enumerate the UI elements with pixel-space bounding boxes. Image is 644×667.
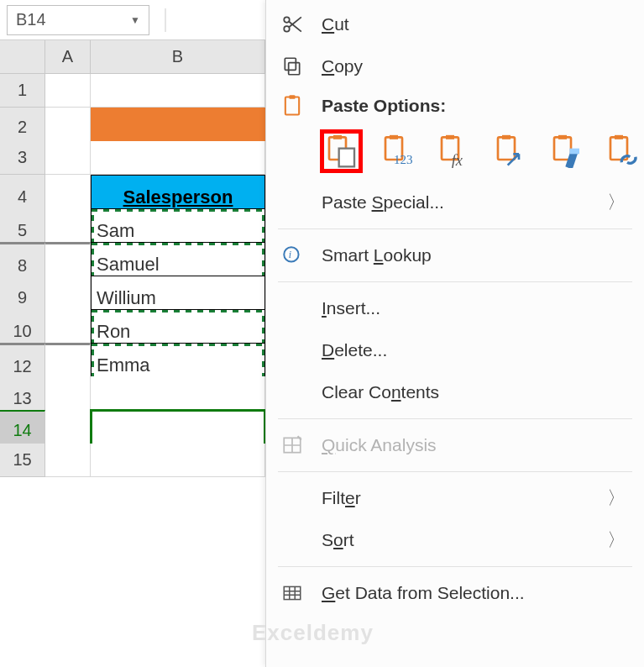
- svg-rect-4: [289, 63, 300, 75]
- svg-text:i: i: [289, 249, 291, 260]
- menu-label: Paste Options:: [322, 96, 626, 116]
- blank-icon: [278, 188, 306, 217]
- paste-option-formulas[interactable]: fx: [432, 129, 475, 173]
- menu-label: Cut: [322, 14, 626, 34]
- svg-rect-20: [558, 135, 567, 139]
- quick-analysis-icon: [278, 431, 306, 460]
- svg-text:fx: fx: [451, 152, 462, 168]
- copy-icon: [278, 52, 306, 81]
- blank-icon: [278, 378, 306, 407]
- menu-label: Clear Contents: [322, 382, 626, 402]
- paste-options-row: 123 fx: [266, 124, 644, 181]
- chevron-right-icon: 〉: [607, 528, 626, 553]
- menu-label: Quick Analysis: [322, 435, 626, 455]
- menu-copy[interactable]: Copy: [266, 45, 644, 87]
- menu-paste-options-header: Paste Options:: [266, 87, 644, 124]
- select-all-corner[interactable]: [0, 40, 45, 74]
- name-box-value: B14: [16, 10, 46, 29]
- svg-rect-9: [333, 135, 342, 139]
- svg-rect-18: [502, 135, 510, 139]
- menu-label: Filter: [322, 488, 592, 508]
- formula-bar-buttons: [160, 8, 171, 32]
- menu-label: Paste Special...: [322, 192, 592, 213]
- name-box[interactable]: B14 ▼: [7, 5, 149, 35]
- svg-rect-19: [554, 137, 571, 160]
- row-header[interactable]: 15: [0, 444, 45, 477]
- menu-sort[interactable]: Sort 〉: [266, 519, 644, 561]
- menu-clear-contents[interactable]: Clear Contents: [266, 371, 644, 413]
- menu-label: Sort: [322, 530, 592, 550]
- cell[interactable]: [91, 141, 265, 175]
- menu-quick-analysis: Quick Analysis: [266, 424, 644, 466]
- cell[interactable]: [45, 74, 91, 108]
- menu-filter[interactable]: Filter 〉: [266, 477, 644, 519]
- paste-option-paste[interactable]: [320, 129, 363, 173]
- scissors-icon: [278, 10, 306, 39]
- smart-lookup-icon: i: [278, 241, 306, 270]
- blank-icon: [278, 336, 306, 365]
- svg-rect-10: [338, 149, 353, 167]
- cell[interactable]: [45, 444, 91, 477]
- svg-point-1: [284, 26, 290, 31]
- menu-paste-special[interactable]: Paste Special... 〉: [266, 181, 644, 223]
- cell[interactable]: [45, 141, 91, 175]
- svg-line-3: [289, 22, 301, 32]
- svg-text:123: 123: [394, 153, 413, 166]
- chevron-right-icon: 〉: [607, 190, 626, 215]
- menu-smart-lookup[interactable]: i Smart Lookup: [266, 234, 644, 276]
- clipboard-icon: [278, 92, 306, 120]
- table-icon: [278, 579, 306, 607]
- row-header[interactable]: 1: [0, 74, 45, 108]
- menu-label: Get Data from Selection...: [322, 583, 626, 603]
- svg-line-2: [289, 17, 301, 27]
- menu-label: Delete...: [322, 340, 626, 360]
- svg-rect-27: [284, 586, 301, 599]
- svg-rect-7: [290, 95, 296, 99]
- menu-insert[interactable]: Insert...: [266, 287, 644, 329]
- svg-rect-5: [285, 58, 296, 70]
- menu-label: Copy: [322, 56, 626, 76]
- chevron-right-icon: 〉: [607, 486, 626, 511]
- cell[interactable]: [91, 444, 265, 477]
- svg-rect-17: [498, 137, 515, 160]
- paste-option-formatting[interactable]: [545, 129, 588, 173]
- svg-rect-21: [569, 149, 579, 155]
- cell[interactable]: [91, 74, 265, 108]
- menu-get-data[interactable]: Get Data from Selection...: [266, 572, 644, 614]
- blank-icon: [278, 484, 306, 512]
- blank-icon: [278, 526, 306, 554]
- svg-rect-15: [446, 135, 454, 139]
- svg-rect-23: [615, 135, 623, 139]
- paste-option-link[interactable]: [601, 129, 644, 173]
- menu-cut[interactable]: Cut: [266, 3, 644, 45]
- svg-point-0: [284, 17, 290, 22]
- paste-option-transpose[interactable]: [489, 129, 531, 173]
- col-header-b[interactable]: B: [91, 40, 265, 74]
- svg-rect-12: [390, 135, 398, 139]
- svg-rect-6: [285, 97, 299, 115]
- menu-delete[interactable]: Delete...: [266, 329, 644, 371]
- context-menu: Cut Copy Paste Options:: [265, 0, 644, 667]
- row-header[interactable]: 3: [0, 141, 45, 175]
- col-header-a[interactable]: A: [45, 40, 91, 74]
- blank-icon: [278, 294, 306, 323]
- menu-label: Insert...: [322, 298, 626, 318]
- paste-option-values[interactable]: 123: [376, 129, 419, 173]
- chevron-down-icon[interactable]: ▼: [130, 14, 140, 26]
- menu-label: Smart Lookup: [322, 245, 626, 265]
